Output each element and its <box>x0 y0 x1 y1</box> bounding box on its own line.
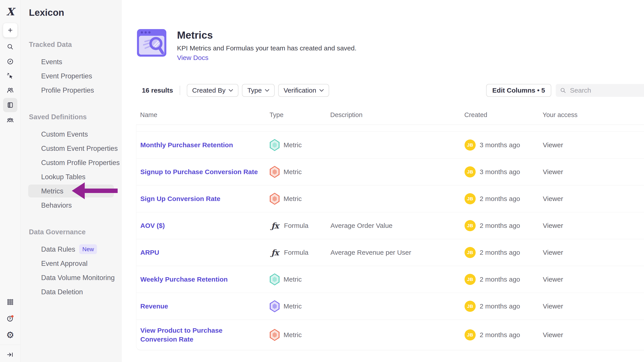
metric-hexagon-icon <box>270 329 280 341</box>
access-label: Viewer <box>543 195 644 202</box>
created-label: 2 months ago <box>480 303 520 310</box>
rail-divider <box>0 345 20 345</box>
sidebar-item-event-properties[interactable]: Event Properties <box>20 69 122 83</box>
svg-text:?: ? <box>9 317 11 321</box>
search-icon[interactable] <box>6 43 14 51</box>
table-row[interactable]: View Product to Purchase Conversion Rate… <box>136 320 644 350</box>
column-header-description: Description <box>330 111 464 119</box>
metric-hexagon-icon <box>270 139 280 151</box>
access-label: Viewer <box>543 303 644 310</box>
filter-created-by-button[interactable]: Created By <box>187 84 238 97</box>
created-label: 2 months ago <box>480 276 520 283</box>
cohorts-icon[interactable] <box>6 116 14 124</box>
metric-name-link[interactable]: Revenue <box>140 303 168 310</box>
metric-name-link[interactable]: Signup to Purchase Conversion Rate <box>140 168 258 176</box>
sidebar-item-events[interactable]: Events <box>20 55 122 69</box>
search-input[interactable] <box>570 86 644 94</box>
table-row[interactable]: Signup to Purchase Conversion Rate Metri… <box>136 159 644 185</box>
chevron-down-icon <box>319 89 324 92</box>
apps-grid-icon[interactable] <box>6 298 14 306</box>
section-data-governance: Data Governance <box>20 226 122 238</box>
sidebar-item-profile-properties[interactable]: Profile Properties <box>20 83 122 98</box>
sidebar-item-metrics[interactable]: Metrics <box>20 184 122 198</box>
scrolled-row-sliver <box>136 125 644 132</box>
table-row[interactable]: ARPU ƒx Formula Average Revenue per User… <box>136 239 644 266</box>
column-header-your-access: Your access <box>542 111 644 119</box>
edit-columns-button[interactable]: Edit Columns • 5 <box>486 84 551 97</box>
creator-avatar: JB <box>464 247 476 258</box>
creator-avatar: JB <box>464 274 476 285</box>
metric-hexagon-icon <box>270 166 280 178</box>
main-content: Metrics KPI Metrics and Formulas your te… <box>122 0 644 362</box>
collapse-sidebar-icon[interactable] <box>6 351 14 359</box>
settings-gear-icon[interactable]: ⚙ <box>6 331 14 339</box>
access-label: Viewer <box>543 249 644 256</box>
mixpanel-logo-icon[interactable]: X <box>6 6 14 18</box>
new-report-button[interactable] <box>3 23 18 37</box>
filter-type-button[interactable]: Type <box>242 84 275 97</box>
description-cell: Average Order Value <box>330 222 464 229</box>
table-header-row: Name Type Description Created Your acces… <box>136 105 644 125</box>
creator-avatar: JB <box>464 166 476 178</box>
app-icon-rail: X <box>0 0 21 362</box>
events-cursor-icon[interactable] <box>6 72 14 80</box>
help-icon[interactable]: ? <box>6 314 14 323</box>
metrics-table: Name Type Description Created Your acces… <box>136 105 644 350</box>
lexicon-metrics-page: X <box>0 0 644 362</box>
discover-compass-icon[interactable] <box>6 57 14 65</box>
metrics-search-window-icon <box>136 28 167 58</box>
metric-name-link[interactable]: ARPU <box>140 249 159 256</box>
metric-name-link[interactable]: View Product to Purchase Conversion Rate <box>140 327 222 343</box>
search-icon <box>560 87 566 94</box>
sidebar-item-behaviors[interactable]: Behaviors <box>20 198 122 212</box>
chevron-down-icon <box>228 89 233 92</box>
sidebar-title: Lexicon <box>20 0 122 19</box>
table-row[interactable]: AOV ($) ƒx Formula Average Order Value J… <box>136 212 644 239</box>
access-label: Viewer <box>543 168 644 176</box>
metric-name-link[interactable]: Monthly Purchaser Retention <box>140 141 233 149</box>
view-docs-link[interactable]: View Docs <box>177 54 208 61</box>
sidebar-item-custom-events[interactable]: Custom Events <box>20 127 122 142</box>
page-header: Metrics KPI Metrics and Formulas your te… <box>136 28 644 61</box>
metric-hexagon-icon <box>270 193 280 205</box>
lexicon-sidebar: Lexicon Tracked Data Events Event Proper… <box>20 0 122 362</box>
column-header-name: Name <box>136 111 270 119</box>
table-row[interactable]: Weekly Purchase Retention Metric JB 2 mo… <box>136 266 644 293</box>
section-saved-definitions: Saved Definitions <box>20 111 122 123</box>
metric-name-link[interactable]: Sign Up Conversion Rate <box>140 195 220 202</box>
table-row[interactable]: Monthly Purchaser Retention Metric JB 3 … <box>136 132 644 159</box>
section-tracked-data: Tracked Data <box>20 39 122 51</box>
users-icon[interactable] <box>6 86 14 94</box>
created-label: 2 months ago <box>480 249 520 256</box>
page-subtitle: KPI Metrics and Formulas your team has c… <box>177 44 356 52</box>
sidebar-item-event-approval[interactable]: Event Approval <box>20 256 122 271</box>
sidebar-item-data-rules[interactable]: Data RulesNew <box>20 242 122 256</box>
access-label: Viewer <box>543 222 644 229</box>
plus-icon <box>6 26 14 34</box>
access-label: Viewer <box>543 331 644 339</box>
created-label: 2 months ago <box>480 222 520 229</box>
filter-verification-button[interactable]: Verification <box>278 84 329 97</box>
metric-hexagon-icon <box>270 273 280 285</box>
column-header-type: Type <box>270 111 330 119</box>
lexicon-book-icon[interactable] <box>3 98 17 112</box>
column-header-created: Created <box>464 111 542 119</box>
creator-avatar: JB <box>464 193 476 204</box>
sidebar-item-lookup-tables[interactable]: Lookup Tables <box>20 170 122 184</box>
type-label: Metric <box>284 331 302 339</box>
sidebar-item-custom-event-properties[interactable]: Custom Event Properties <box>20 142 122 156</box>
table-toolbar: 16 results Created By Type Verification … <box>136 84 644 97</box>
metric-name-link[interactable]: AOV ($) <box>140 222 165 229</box>
sidebar-item-data-volume-monitoring[interactable]: Data Volume Monitoring <box>20 271 122 285</box>
access-label: Viewer <box>543 276 644 283</box>
results-count: 16 results <box>142 87 173 94</box>
creator-avatar: JB <box>464 329 476 341</box>
page-title: Metrics <box>177 29 356 41</box>
sidebar-item-data-deletion[interactable]: Data Deletion <box>20 285 122 299</box>
metric-name-link[interactable]: Weekly Purchase Retention <box>140 276 228 283</box>
table-row[interactable]: Sign Up Conversion Rate Metric JB 2 mont… <box>136 185 644 212</box>
table-row[interactable]: Revenue Metric JB 2 months ago Viewer <box>136 293 644 320</box>
toolbar-divider <box>180 86 180 95</box>
new-badge: New <box>79 244 97 254</box>
sidebar-item-custom-profile-properties[interactable]: Custom Profile Properties <box>20 156 122 170</box>
